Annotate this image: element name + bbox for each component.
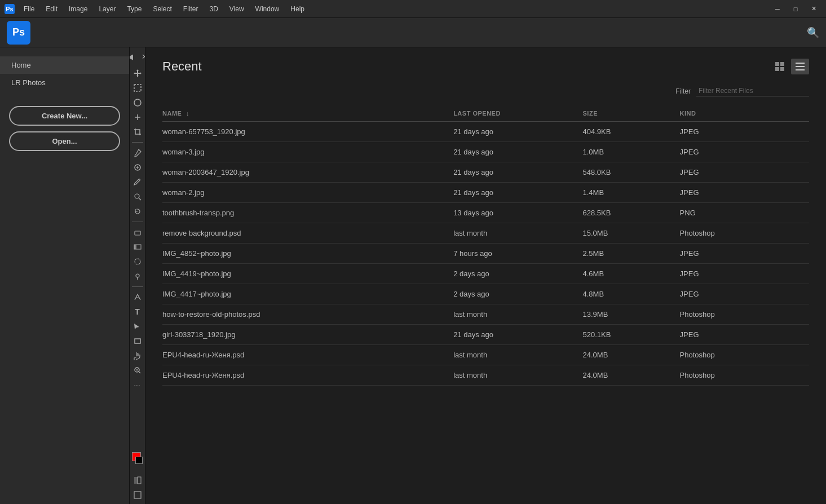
table-row[interactable]: how-to-restore-old-photos.psd last month… [162,304,809,325]
svg-rect-0 [134,85,141,91]
table-row[interactable]: woman-2003647_1920.jpg 21 days ago 548.0… [162,162,809,183]
menu-window[interactable]: Window [251,3,284,15]
title-bar-left: Ps File Edit Image Layer Type Select Fil… [5,3,309,15]
zoom-tool[interactable] [131,364,144,377]
table-row[interactable]: woman-2.jpg 21 days ago 1.4MB JPEG [162,183,809,203]
quick-mask-mode[interactable] [131,474,144,487]
ps-logo-small: Ps [5,4,15,14]
eraser-tool[interactable] [131,226,144,239]
file-size-cell: 24.0MB [583,365,680,386]
background-color[interactable] [135,457,143,464]
filter-input[interactable] [696,86,809,96]
path-selection-tool[interactable] [131,320,144,333]
close-button[interactable]: ✕ [806,3,821,15]
menu-layer[interactable]: Layer [94,3,120,15]
svg-rect-15 [775,67,779,71]
svg-rect-12 [134,492,141,498]
col-last-opened[interactable]: LAST OPENED [453,105,582,122]
rectangle-tool[interactable] [131,334,144,348]
menu-help[interactable]: Help [286,3,309,15]
col-name[interactable]: NAME ↓ [162,105,453,122]
dodge-tool[interactable] [131,269,144,283]
search-icon[interactable]: 🔍 [807,26,819,39]
clone-stamp-tool[interactable] [131,190,144,204]
open-button[interactable]: Open... [9,131,120,151]
toolbar-divider-2 [132,222,143,222]
quick-select-tool[interactable] [131,110,144,124]
col-kind[interactable]: KIND [680,105,809,122]
file-table: NAME ↓ LAST OPENED SIZE KIND woman-65775… [162,105,809,386]
text-tool[interactable]: T [131,305,144,319]
file-size-cell: 628.5KB [583,203,680,223]
toolbar-collapse-row: ◀ ✕ [130,50,145,63]
file-kind-cell: JPEG [680,284,809,304]
toolbar-collapse-right[interactable]: ✕ [138,50,146,63]
app-container: Ps 🔍 Home LR Photos Create New... Open..… [0,18,826,504]
file-name-cell: EPU4-head-ru-Женя.psd [162,365,453,386]
menu-filter[interactable]: Filter [179,3,203,15]
maximize-button[interactable]: □ [788,3,803,15]
file-size-cell: 4.8MB [583,284,680,304]
change-screen-mode[interactable] [131,488,144,502]
window-controls: ─ □ ✕ [770,3,821,15]
toolbar-collapse-left[interactable]: ◀ [130,50,137,63]
brush-tool[interactable] [131,175,144,189]
nav-home[interactable]: Home [0,56,129,74]
grid-view-button[interactable] [771,59,789,74]
table-row[interactable]: woman-657753_1920.jpg 21 days ago 404.9K… [162,122,809,142]
list-view-button[interactable] [791,59,809,74]
menu-view[interactable]: View [225,3,249,15]
table-row[interactable]: IMG_4417~photo.jpg 2 days ago 4.8MB JPEG [162,284,809,304]
table-row[interactable]: IMG_4419~photo.jpg 2 days ago 4.6MB JPEG [162,264,809,284]
col-size[interactable]: SIZE [583,105,680,122]
menu-type[interactable]: Type [122,3,146,15]
menu-3d[interactable]: 3D [205,3,222,15]
file-name-cell: girl-3033718_1920.jpg [162,325,453,345]
marquee-tool[interactable] [131,81,144,95]
file-name-cell: woman-2003647_1920.jpg [162,162,453,183]
table-row[interactable]: EPU4-head-ru-Женя.psd last month 24.0MB … [162,345,809,365]
table-row[interactable]: IMG_4852~photo.jpg 7 hours ago 2.5MB JPE… [162,244,809,264]
file-size-cell: 404.9KB [583,122,680,142]
file-size-cell: 1.4MB [583,183,680,203]
file-name-cell: woman-657753_1920.jpg [162,122,453,142]
recent-header: Recent [162,59,809,74]
crop-tool[interactable] [131,125,144,139]
file-last-opened-cell: 2 days ago [453,264,582,284]
menu-edit[interactable]: Edit [41,3,62,15]
table-row[interactable]: toothbrush-transp.png 13 days ago 628.5K… [162,203,809,223]
file-size-cell: 520.1KB [583,325,680,345]
minimize-button[interactable]: ─ [770,3,785,15]
svg-point-6 [135,259,140,264]
color-swatches[interactable] [131,452,144,472]
move-tool[interactable] [131,67,144,80]
eyedropper-tool[interactable] [131,146,144,160]
file-last-opened-cell: last month [453,223,582,244]
file-kind-cell: JPEG [680,264,809,284]
hand-tool[interactable] [131,349,144,362]
blur-tool[interactable] [131,255,144,268]
table-row[interactable]: girl-3033718_1920.jpg 21 days ago 520.1K… [162,325,809,345]
file-kind-cell: JPEG [680,325,809,345]
toolbar: ◀ ✕ [130,47,145,504]
menu-image[interactable]: Image [64,3,92,15]
history-brush-tool[interactable] [131,205,144,218]
menu-file[interactable]: File [19,3,39,15]
healing-brush-tool[interactable] [131,161,144,174]
file-last-opened-cell: last month [453,345,582,365]
file-kind-cell: JPEG [680,162,809,183]
nav-lr-photos[interactable]: LR Photos [0,74,129,91]
gradient-tool[interactable] [131,240,144,254]
svg-rect-14 [780,62,784,66]
lasso-tool[interactable] [131,96,144,109]
svg-rect-10 [134,477,138,484]
pen-tool[interactable] [131,290,144,304]
file-last-opened-cell: 21 days ago [453,183,582,203]
table-row[interactable]: remove background.psd last month 15.0MB … [162,223,809,244]
file-last-opened-cell: 21 days ago [453,162,582,183]
menu-select[interactable]: Select [148,3,176,15]
table-row[interactable]: woman-3.jpg 21 days ago 1.0MB JPEG [162,142,809,162]
more-tools[interactable]: ··· [131,378,144,392]
create-new-button[interactable]: Create New... [9,106,120,126]
table-row[interactable]: EPU4-head-ru-Женя.psd last month 24.0MB … [162,365,809,386]
